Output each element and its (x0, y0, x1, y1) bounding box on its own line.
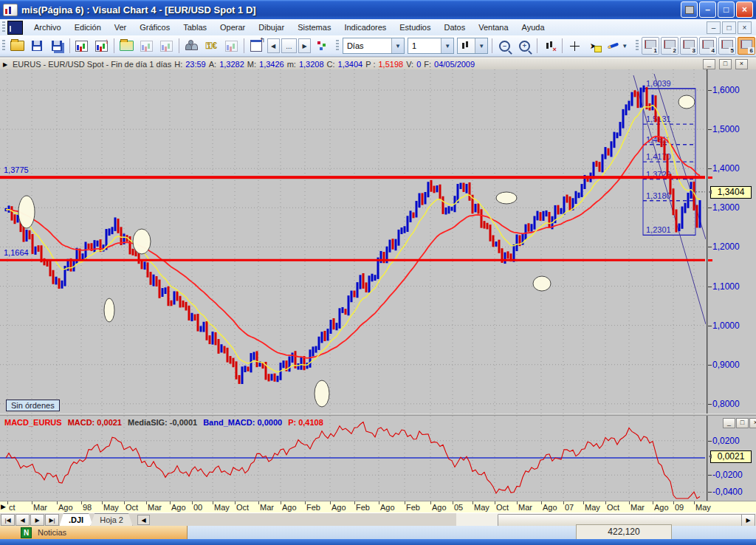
macd-axis[interactable]: 0,0200-0,0200-0,04000,0021 (707, 416, 756, 501)
prev-page-button[interactable]: ◀ (267, 38, 280, 53)
field-value: 1,3282 (219, 60, 244, 69)
play-icon[interactable]: ▶ (3, 61, 10, 68)
menu-sistemas[interactable]: Sistemas (291, 21, 337, 34)
menu-estudios[interactable]: Estudios (393, 21, 437, 34)
field-value: 04/05/2009 (434, 60, 475, 69)
macd-minimize-button[interactable]: _ (723, 418, 735, 428)
template-button-2[interactable]: 2 (661, 37, 678, 55)
chevron-down-icon[interactable]: ▼ (391, 38, 404, 53)
template-button-5[interactable]: 5 (718, 37, 736, 55)
periodicity-dropdown[interactable]: Días ▼ (343, 38, 405, 54)
axis-tick (708, 287, 712, 287)
save-button[interactable] (28, 37, 47, 55)
field-value: 23:59 (185, 60, 206, 69)
price-label: 1,6000 (712, 85, 740, 95)
template-button-4[interactable]: 4 (699, 37, 717, 55)
crosshair-button[interactable] (566, 37, 584, 55)
macd-plot[interactable] (0, 416, 706, 501)
tab-nav-button-3[interactable]: ▶| (45, 514, 59, 526)
menu-ventana[interactable]: Ventana (472, 21, 515, 34)
menu-ayuda[interactable]: Ayuda (515, 21, 551, 34)
time-tick (472, 501, 473, 504)
drag-grip[interactable] (2, 21, 5, 33)
axis-tick (708, 492, 712, 493)
sheet-tab-hoja2[interactable]: Hoja 2 (90, 513, 133, 527)
menu-dibujar[interactable]: Dibujar (252, 21, 291, 34)
time-label: Feb (406, 503, 420, 512)
zoom-in-button[interactable]: + (515, 37, 534, 55)
field-label: H: (174, 60, 182, 69)
tab-scroll-left-button[interactable]: ◀ (137, 515, 150, 525)
time-tick (563, 501, 564, 504)
users-button[interactable] (182, 37, 201, 55)
main-chart-plot[interactable]: 1,60391,51311,46111,41701,37291,31801,23… (0, 69, 706, 414)
panel-close-button[interactable]: × (735, 59, 748, 69)
scroll-right-button[interactable]: ▶ (741, 514, 755, 527)
template-button-3[interactable]: 3 (680, 37, 698, 55)
compression-dropdown[interactable]: 1 ▼ (408, 38, 454, 54)
users-icon (185, 41, 197, 50)
macd-close-button[interactable]: × (749, 418, 756, 428)
macd-header: MACD_EURUSMACD: 0,0021MediaSIG: -0,0001B… (4, 418, 323, 428)
mdi-minimize-button[interactable]: – (707, 21, 721, 34)
template-button-6[interactable]: 6 (738, 37, 755, 55)
time-tick (541, 501, 542, 504)
tray-button[interactable] (681, 1, 698, 18)
template-buttons: 123456 (641, 37, 756, 55)
time-label: 09 (675, 503, 684, 512)
menu-bar: ArchivoEdiciónVerGráficosTablasOperarDib… (0, 19, 756, 36)
chevron-down-icon[interactable]: ▼ (441, 38, 453, 53)
svg-text:1,2301: 1,2301 (646, 225, 671, 234)
open-button[interactable] (8, 37, 27, 55)
menu-gráficos[interactable]: Gráficos (133, 21, 176, 34)
close-button[interactable]: × (736, 1, 753, 18)
chevron-down-icon[interactable]: ▼ (475, 38, 487, 53)
delete-bar-button[interactable]: × (540, 37, 559, 55)
menu-datos[interactable]: Datos (437, 21, 472, 34)
chart-type-dropdown[interactable]: ▼ (457, 38, 488, 54)
time-tick (281, 501, 281, 504)
field-value: 0 (416, 60, 421, 69)
draw-pen-button[interactable]: ▼ (605, 37, 630, 55)
pointer-note-button[interactable]: ➤ (585, 37, 604, 55)
menu-tablas[interactable]: Tablas (176, 21, 213, 34)
time-label: May (103, 503, 119, 512)
new-chart-button[interactable] (72, 37, 91, 55)
mdi-close-button[interactable]: × (738, 21, 752, 34)
macd-maximize-button[interactable]: □ (736, 418, 749, 428)
save-icon (32, 41, 42, 51)
mdi-restore-button[interactable]: □ (722, 21, 736, 34)
insert-chart-button[interactable] (92, 37, 111, 55)
toolbar-grip[interactable] (2, 40, 5, 52)
tab-nav-button-2[interactable]: ▶ (30, 514, 44, 526)
chart-window-icon[interactable] (7, 21, 23, 35)
panel-maximize-button[interactable]: □ (719, 59, 732, 69)
link-symbols-button[interactable] (312, 37, 331, 55)
price-axis[interactable]: 1,60001,50001,40001,30001,20001,10001,00… (707, 69, 756, 414)
restore-button[interactable]: □ (718, 1, 735, 18)
next-page-button[interactable]: ▶ (298, 38, 311, 53)
menu-ver[interactable]: Ver (108, 21, 134, 34)
menu-operar[interactable]: Operar (213, 21, 252, 34)
menu-indicadores[interactable]: Indicadores (337, 21, 393, 34)
sheet-tab-dji[interactable]: .DJI (59, 513, 93, 527)
axis-play-icon[interactable]: ▶ (1, 503, 6, 510)
key-euro-button[interactable]: ⚿€ (202, 37, 221, 55)
field-value: 1,3208 (299, 60, 324, 69)
minimize-button[interactable]: – (699, 1, 716, 18)
save-all-button[interactable] (48, 37, 66, 55)
time-label: May (585, 503, 600, 512)
template-button-1[interactable]: 1 (642, 37, 659, 55)
tab-nav-button-1[interactable]: ◀ (16, 514, 30, 526)
panel-minimize-button[interactable]: _ (703, 59, 715, 69)
tab-nav-button-0[interactable]: |◀ (1, 514, 15, 526)
folder-chart-button[interactable] (117, 37, 136, 55)
zoom-out-button[interactable]: – (495, 37, 514, 55)
pages-button[interactable]: ... (281, 38, 297, 53)
time-axis[interactable]: ▶ ctMarAgo98MayOctMarAgo00MayOctMarAgoFe… (0, 501, 756, 513)
properties-button[interactable] (247, 37, 266, 55)
menu-edición[interactable]: Edición (68, 21, 108, 34)
svg-text:1,3775: 1,3775 (4, 165, 29, 174)
news-segment[interactable]: N Noticias (0, 526, 188, 539)
menu-archivo[interactable]: Archivo (27, 21, 68, 34)
